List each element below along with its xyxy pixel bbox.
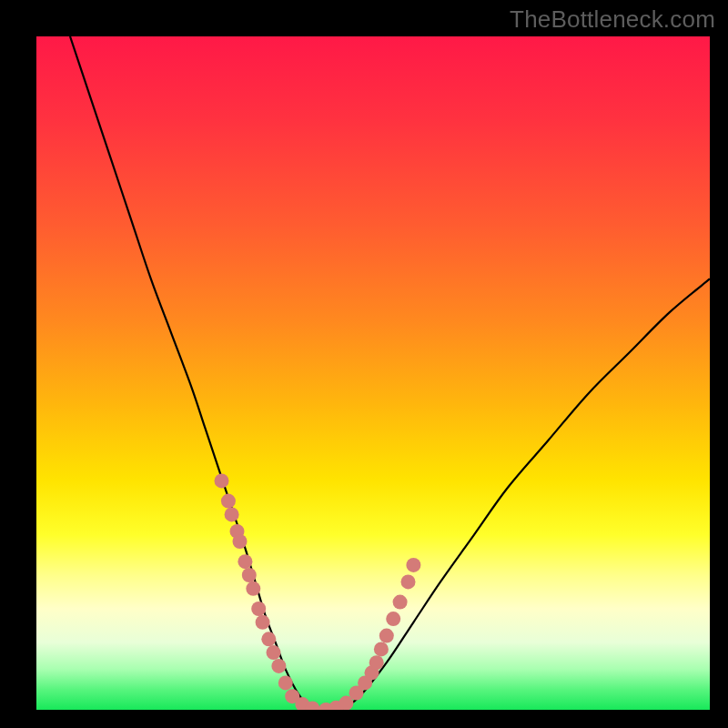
sample-dot [401,574,416,589]
sample-dot [379,629,394,643]
sample-dot [238,554,252,569]
watermark-text: TheBottleneck.com [510,5,715,34]
sample-dot [251,602,266,616]
sample-dot [221,494,236,509]
sample-dot [374,642,389,656]
sample-dot [386,612,400,626]
sample-dot [406,558,420,572]
outer-frame: TheBottleneck.com [0,0,728,728]
sample-dot [215,473,229,488]
chart-svg [36,36,710,710]
sample-dot [278,675,293,690]
sample-dot [271,659,286,673]
sample-dot [393,595,408,610]
sample-dot [267,645,281,660]
sample-dot [369,655,384,670]
sample-dot [256,615,270,630]
plot-area [36,36,710,710]
sample-dot [246,581,260,596]
sample-dot [261,632,276,646]
sample-dot [225,507,239,521]
bottleneck-curve-path [70,36,710,710]
sample-dots-group [215,473,421,710]
sample-dot [233,534,248,549]
sample-dot [242,568,257,582]
